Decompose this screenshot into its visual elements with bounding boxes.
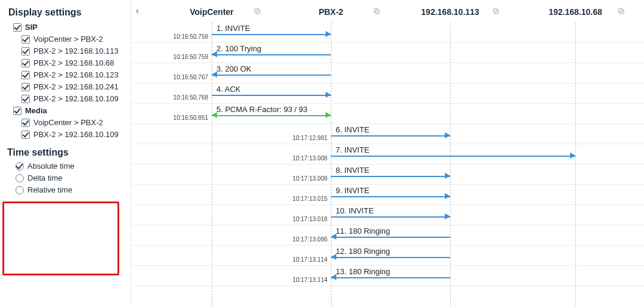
checkbox-icon [13, 107, 21, 115]
message-arrow-line [331, 216, 450, 218]
sip-group-toggle[interactable]: SIP [13, 23, 123, 32]
checkbox-icon [21, 119, 30, 127]
row-divider [131, 286, 644, 286]
message-row[interactable]: 10:17:12.9816. INVITE [131, 124, 644, 144]
sip-item-label: VoipCenter > PBX-2 [33, 35, 103, 44]
message-row[interactable]: 10:17:13.0088. INVITE [131, 165, 644, 185]
sip-item-label: PBX-2 > 192.168.10.109 [33, 94, 119, 103]
time-label-delta: Delta time [27, 173, 63, 182]
sip-item[interactable]: PBX-2 > 192.168.10.68 [21, 58, 123, 67]
message-row[interactable]: 10:17:13.08611. 180 Ringing [131, 225, 644, 246]
message-row[interactable]: 10:16:50.7684. ACK [131, 83, 644, 104]
message-label: 4. ACK [216, 85, 240, 94]
message-arrow-line [331, 237, 450, 238]
sip-item[interactable]: PBX-2 > 192.168.10.241 [21, 82, 123, 91]
sip-item-label: PBX-2 > 192.168.10.68 [33, 58, 114, 67]
message-label: 5. PCMA R-Factor: 93 / 93 [216, 105, 307, 114]
arrow-left-icon [212, 51, 217, 57]
message-arrow-line [331, 257, 450, 258]
copy-icon[interactable] [253, 7, 263, 17]
highlight-annotation [2, 201, 119, 275]
message-label: 2. 100 Trying [216, 44, 261, 53]
lane-header: VoipCenter [164, 0, 259, 17]
copy-icon[interactable] [373, 7, 382, 17]
message-time: 10:17:13.018 [286, 216, 327, 222]
time-option-absolute[interactable]: Absolute time [16, 162, 123, 170]
message-label: 10. INVITE [336, 206, 374, 215]
time-option-delta[interactable]: Delta time [16, 173, 123, 182]
arrow-right-icon [445, 193, 450, 199]
arrow-right-icon [326, 31, 331, 37]
lane-header: 192.168.10.68 [528, 0, 623, 17]
message-row[interactable]: 10:16:50.7592. 100 Trying [131, 43, 644, 63]
sequence-diagram: ‹ VoipCenterPBX-2192.168.10.113192.168.1… [131, 0, 644, 307]
svg-rect-5 [493, 8, 497, 12]
sip-group-label: SIP [25, 23, 38, 32]
message-time: 10:17:13.086 [286, 236, 327, 243]
time-label-absolute: Absolute time [27, 162, 75, 170]
message-time: 10:16:50.758 [166, 33, 208, 40]
media-item[interactable]: VoipCenter > PBX-2 [21, 118, 123, 127]
checkbox-icon [21, 35, 30, 44]
checkbox-icon [21, 47, 30, 55]
message-arrow-line [212, 75, 331, 76]
arrow-right-icon [326, 92, 331, 98]
message-row[interactable]: 10:16:50.7581. INVITE [131, 23, 644, 43]
lane-header: 192.168.10.113 [402, 0, 498, 17]
message-time: 10:16:50.767 [166, 74, 208, 80]
sidebar: Display settings SIP VoipCenter > PBX-2P… [0, 0, 131, 307]
radio-icon [16, 186, 24, 194]
message-row[interactable]: 10:17:13.01810. INVITE [131, 205, 644, 225]
media-item[interactable]: PBX-2 > 192.168.10.109 [21, 130, 123, 139]
svg-rect-2 [376, 10, 379, 14]
checkbox-icon [21, 95, 30, 103]
time-option-relative[interactable]: Relative time [16, 185, 123, 194]
message-row[interactable]: 10:17:13.11413. 180 Ringing [131, 266, 644, 286]
svg-rect-6 [620, 10, 624, 14]
message-label: 12. 180 Ringing [336, 247, 390, 256]
message-row[interactable]: 10:17:13.0159. INVITE [131, 185, 644, 205]
message-time: 10:17:13.114 [286, 256, 327, 263]
radio-icon [16, 162, 24, 170]
message-arrow-line [212, 34, 331, 35]
message-row[interactable]: 10:16:50.7673. 200 OK [131, 63, 644, 83]
message-label: 11. 180 Ringing [336, 227, 390, 235]
media-group-toggle[interactable]: Media [13, 106, 123, 115]
message-label: 9. INVITE [336, 186, 369, 195]
message-row[interactable]: 10:16:50.8515. PCMA R-Factor: 93 / 93 [131, 104, 644, 124]
arrow-left-icon [331, 274, 336, 280]
time-label-relative: Relative time [27, 185, 72, 194]
svg-rect-7 [618, 8, 622, 12]
message-arrow-line [331, 196, 450, 197]
message-time: 10:16:50.759 [166, 54, 208, 60]
arrow-right-icon [445, 173, 450, 179]
checkbox-icon [13, 23, 21, 32]
radio-icon [16, 174, 24, 182]
sip-item[interactable]: PBX-2 > 192.168.10.113 [21, 46, 123, 55]
message-arrow-line [212, 115, 331, 116]
message-time: 10:17:13.008 [286, 175, 327, 182]
arrow-right-icon [445, 132, 450, 138]
sip-item[interactable]: VoipCenter > PBX-2 [21, 35, 123, 44]
display-settings-heading: Display settings [8, 7, 123, 18]
message-time: 10:17:13.015 [286, 196, 327, 202]
arrow-left-icon [331, 254, 336, 260]
message-time: 10:16:50.768 [166, 94, 208, 101]
message-row[interactable]: 10:17:13.0087. INVITE [131, 144, 644, 165]
message-arrow-line [331, 156, 575, 157]
message-time: 10:17:13.114 [286, 277, 327, 283]
copy-icon[interactable] [492, 7, 501, 17]
arrow-left-icon [212, 112, 217, 118]
copy-icon[interactable] [617, 7, 627, 17]
message-arrow-line [212, 95, 331, 96]
message-row[interactable]: 10:17:13.11412. 180 Ringing [131, 246, 644, 266]
checkbox-icon [21, 71, 30, 79]
arrow-left-icon [212, 72, 217, 77]
message-arrow-line [331, 135, 450, 137]
sip-item[interactable]: PBX-2 > 192.168.10.109 [21, 94, 123, 103]
message-label: 8. INVITE [336, 166, 369, 175]
arrow-right-icon [570, 153, 575, 159]
sip-item[interactable]: PBX-2 > 192.168.10.123 [21, 70, 123, 79]
message-time: 10:17:12.981 [286, 135, 327, 141]
sip-item-label: PBX-2 > 192.168.10.123 [33, 70, 119, 79]
